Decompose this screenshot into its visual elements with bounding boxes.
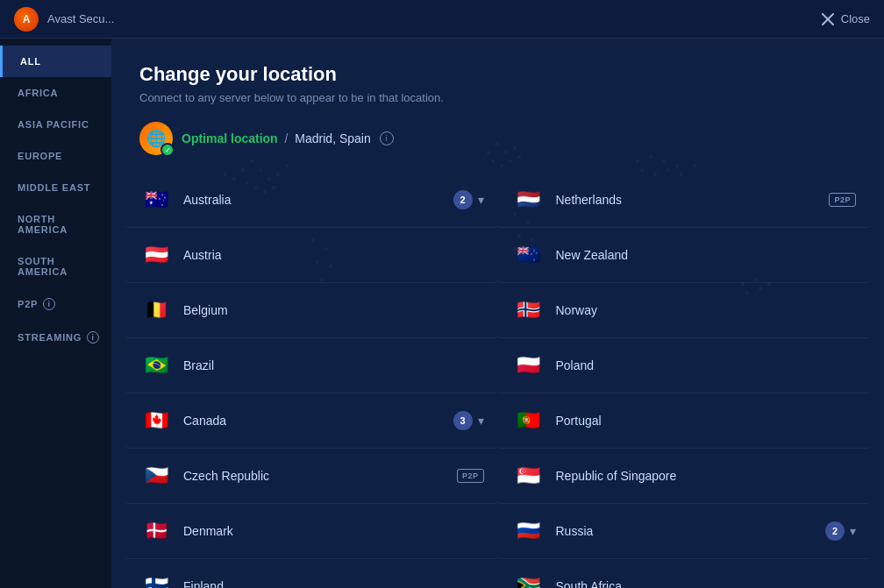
flag-icon: 🇳🇴 [512, 294, 545, 327]
optimal-label: Optimal location [182, 131, 278, 145]
server-name: Canada [183, 414, 453, 428]
title-bar: A Avast Secu... Close [0, 0, 884, 39]
content-inner: Change your location Connect to any serv… [111, 39, 884, 588]
optimal-location[interactable]: 🌐 ✓ Optimal location / Madrid, Spain i [111, 122, 884, 173]
flag-icon: 🇨🇿 [139, 459, 173, 492]
sidebar-item-africa[interactable]: AFRICA [0, 77, 111, 109]
app-logo: A [14, 7, 39, 32]
server-item[interactable]: 🇨🇿Czech RepublicP2P [125, 449, 498, 504]
close-button[interactable]: Close [822, 12, 870, 25]
server-name: Poland [556, 358, 857, 372]
sidebar-item-europe[interactable]: EUROPE [0, 140, 111, 172]
page-header: Change your location Connect to any serv… [111, 39, 884, 122]
server-name: Norway [556, 303, 857, 317]
server-item[interactable]: 🇩🇰Denmark [125, 504, 498, 559]
server-list: 🇦🇺Australia2▾🇳🇱NetherlandsP2P🇦🇹Austria🇳🇿… [111, 173, 884, 588]
optimal-text: Optimal location / Madrid, Spain [182, 131, 371, 145]
flag-icon: 🇷🇺 [512, 514, 545, 548]
flag-icon: 🇳🇱 [512, 183, 545, 216]
server-name: Belgium [183, 303, 484, 317]
page-subtitle: Connect to any server below to appear to… [139, 91, 856, 104]
server-name: Austria [183, 248, 484, 262]
server-name: Netherlands [556, 193, 830, 207]
sidebar-item-middle-east[interactable]: MIDDLE EAST [0, 172, 111, 203]
server-item[interactable]: 🇦🇹Austria [125, 228, 498, 283]
optimal-location-name: Madrid, Spain [295, 131, 370, 145]
flag-icon: 🇦🇹 [139, 238, 173, 272]
flag-icon: 🇿🇦 [512, 570, 545, 588]
server-name: Republic of Singapore [556, 469, 857, 483]
server-item[interactable]: 🇫🇮Finland [125, 559, 498, 588]
server-item[interactable]: 🇧🇪Belgium [125, 283, 498, 338]
content-area: Change your location Connect to any serv… [111, 39, 884, 588]
server-count-badge: 3 [453, 411, 473, 430]
server-name: Czech Republic [183, 469, 457, 483]
server-count-badge: 2 [825, 521, 845, 541]
sidebar-item-all[interactable]: ALL [0, 46, 111, 77]
server-item[interactable]: 🇦🇺Australia2▾ [125, 173, 498, 228]
flag-icon: 🇵🇹 [512, 404, 545, 437]
flag-icon: 🇦🇺 [139, 183, 173, 216]
server-name: Australia [183, 193, 453, 207]
server-name: New Zealand [556, 248, 857, 262]
expand-chevron-icon[interactable]: ▾ [478, 193, 484, 207]
server-name: Brazil [183, 358, 484, 372]
sidebar-item-streaming[interactable]: STREAMING i [0, 321, 111, 354]
server-name: Russia [556, 524, 826, 538]
flag-icon: 🇳🇿 [512, 238, 545, 272]
sidebar-item-p2p[interactable]: P2P i [0, 287, 111, 321]
p2p-badge: P2P [829, 193, 856, 207]
server-item[interactable]: 🇳🇿New Zealand [498, 228, 871, 283]
optimal-info-icon[interactable]: i [380, 131, 394, 145]
server-item[interactable]: 🇵🇹Portugal [498, 393, 871, 449]
server-item[interactable]: 🇿🇦South Africa [498, 559, 871, 588]
flag-icon: 🇧🇪 [139, 294, 173, 327]
expand-chevron-icon[interactable]: ▾ [478, 414, 484, 428]
server-item[interactable]: 🇳🇴Norway [498, 283, 871, 338]
page-title: Change your location [139, 63, 856, 86]
flag-icon: 🇩🇰 [139, 514, 173, 548]
server-item[interactable]: 🇷🇺Russia2▾ [498, 504, 871, 559]
server-item[interactable]: 🇳🇱NetherlandsP2P [498, 173, 871, 228]
p2p-info-icon[interactable]: i [43, 298, 55, 310]
server-name: Finland [183, 579, 484, 588]
sidebar: ALL AFRICA ASIA PACIFIC EUROPE MIDDLE EA… [0, 39, 111, 588]
server-item[interactable]: 🇸🇬Republic of Singapore [498, 449, 871, 504]
server-name: Denmark [183, 524, 484, 538]
flag-icon: 🇨🇦 [139, 404, 173, 437]
sidebar-item-asia-pacific[interactable]: ASIA PACIFIC [0, 109, 111, 140]
optimal-location-icon: 🌐 ✓ [139, 122, 173, 155]
streaming-info-icon[interactable]: i [87, 331, 99, 344]
app-name: Avast Secu... [47, 12, 114, 25]
flag-icon: 🇫🇮 [139, 570, 173, 588]
server-name: South Africa [556, 579, 857, 588]
main-layout: ALL AFRICA ASIA PACIFIC EUROPE MIDDLE EA… [0, 39, 884, 588]
server-item[interactable]: 🇧🇷Brazil [125, 338, 498, 393]
server-name: Portugal [556, 414, 857, 428]
flag-icon: 🇵🇱 [512, 349, 545, 382]
p2p-badge: P2P [457, 469, 484, 483]
sidebar-item-south-america[interactable]: SOUTH AMERICA [0, 245, 111, 287]
expand-chevron-icon[interactable]: ▾ [850, 524, 856, 538]
flag-icon: 🇧🇷 [139, 349, 173, 382]
flag-icon: 🇸🇬 [512, 459, 545, 492]
server-item[interactable]: 🇵🇱Poland [498, 338, 871, 393]
sidebar-item-north-america[interactable]: NORTH AMERICA [0, 203, 111, 245]
close-icon [822, 13, 834, 25]
server-count-badge: 2 [453, 190, 473, 209]
check-badge-icon: ✓ [160, 143, 175, 157]
server-item[interactable]: 🇨🇦Canada3▾ [125, 393, 498, 449]
